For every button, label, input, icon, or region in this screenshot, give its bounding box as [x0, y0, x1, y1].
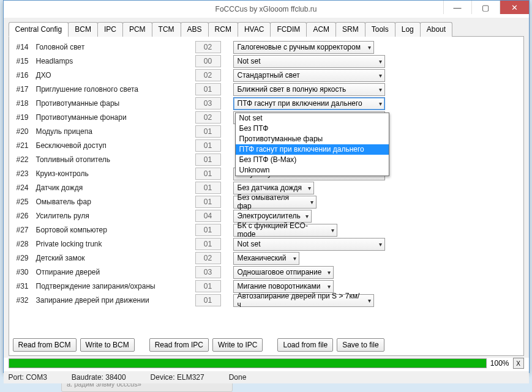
tab-hvac[interactable]: HVAC: [238, 22, 271, 37]
button-bar: Read from BCM Write to BCM Read from IPC…: [13, 333, 520, 352]
dropdown-option[interactable]: ПТФ гаснут при включении дальнего: [236, 144, 389, 155]
row-code-input[interactable]: 02: [195, 111, 221, 124]
tab-pcm[interactable]: PCM: [122, 22, 152, 37]
load-file-button[interactable]: Load from file: [277, 338, 333, 352]
row-select[interactable]: Not set: [233, 55, 385, 68]
row-code-input[interactable]: 02: [195, 69, 221, 81]
status-device: Device: ELM327: [151, 373, 204, 382]
tab-abs[interactable]: ABS: [181, 22, 209, 37]
row-code-input[interactable]: 01: [195, 125, 221, 138]
row-select[interactable]: Автозапирание дверей при S > 7км/ч: [233, 294, 374, 307]
row-code-input[interactable]: 01: [195, 238, 221, 250]
tab-log[interactable]: Log: [395, 22, 421, 37]
row-select[interactable]: БК с функцией ECO-mode: [233, 224, 337, 237]
table-row: #18Противотуманные фары03ПТФ гаснут при …: [13, 97, 519, 110]
row-code-input[interactable]: 03: [195, 97, 221, 109]
row-label: Приглушение головного света: [36, 85, 195, 94]
config-rows: #14Головной свет02Галогеновые с ручным к…: [13, 40, 520, 333]
progress-row: 100% X: [4, 358, 529, 371]
write-bcm-button[interactable]: Write to BCM: [80, 338, 135, 352]
table-row: #26Усилитель руля04Электроусилитель: [13, 209, 519, 223]
row-label: ДХО: [36, 71, 195, 80]
row-index: #29: [13, 254, 36, 262]
tab-strip: Central ConfigBCMIPCPCMTCMABSRCMHVACFCDI…: [9, 21, 524, 37]
window-buttons: — ▢ ✕: [443, 1, 529, 14]
save-file-button[interactable]: Save to file: [337, 338, 384, 352]
row-code-input[interactable]: 01: [195, 182, 221, 194]
row-code-input[interactable]: 02: [195, 252, 221, 264]
titlebar: FoCCCus by xGlooom ffclub.ru — ▢ ✕: [4, 1, 529, 18]
tab-tools[interactable]: Tools: [365, 22, 395, 37]
status-bar: Port: COM3 Baudrate: 38400 Device: ELM32…: [4, 371, 529, 383]
row-index: #16: [13, 71, 36, 80]
row-code-input[interactable]: 01: [195, 83, 221, 95]
table-row: #14Головной свет02Галогеновые с ручным к…: [13, 40, 519, 54]
tab-about[interactable]: About: [420, 22, 452, 37]
read-ipc-button[interactable]: Read from IPC: [149, 338, 209, 352]
progress-cancel-button[interactable]: X: [513, 358, 524, 369]
status-port: Port: COM3: [9, 373, 47, 382]
row-select[interactable]: Одношаговое отпирание: [233, 266, 334, 279]
row-code-input[interactable]: 01: [195, 294, 221, 306]
row-index: #26: [13, 212, 36, 220]
table-row: #25Омыватель фар01Без омывателя фар: [13, 195, 519, 209]
row-index: #24: [13, 183, 36, 192]
row-label: Модуль прицепа: [36, 127, 195, 136]
row-select[interactable]: Галогеновые с ручным корректором: [233, 41, 374, 54]
row-index: #30: [13, 268, 36, 276]
close-button[interactable]: ✕: [500, 1, 529, 14]
dropdown-option[interactable]: Unknown: [236, 165, 389, 176]
tab-acm[interactable]: ACM: [306, 22, 336, 37]
row-code-input[interactable]: 04: [195, 210, 221, 222]
tab-rcm[interactable]: RCM: [208, 22, 238, 37]
tab-central-config[interactable]: Central Config: [9, 22, 69, 37]
row-select[interactable]: Стандартный свет: [233, 69, 385, 82]
row-code-input[interactable]: 01: [195, 224, 221, 236]
row-label: Круиз-контроль: [36, 169, 195, 178]
row-code-input[interactable]: 00: [195, 55, 221, 67]
row-code-input[interactable]: 01: [195, 139, 221, 152]
row-select[interactable]: Not set: [233, 238, 385, 251]
row-select[interactable]: Механический: [233, 252, 299, 265]
tab-tcm[interactable]: TCM: [152, 22, 181, 37]
write-ipc-button[interactable]: Write to IPC: [212, 338, 263, 352]
minimize-button[interactable]: —: [443, 1, 471, 14]
row-select[interactable]: Электроусилитель: [233, 210, 312, 223]
maximize-button[interactable]: ▢: [471, 1, 500, 14]
row-select[interactable]: Мигание поворотниками: [233, 280, 334, 293]
row-label: Головной свет: [36, 43, 195, 51]
tab-bcm[interactable]: BCM: [68, 22, 98, 37]
row-select[interactable]: Без датчика дождя: [233, 182, 314, 194]
row-label: Детский замок: [36, 254, 195, 262]
row-code-input[interactable]: 01: [195, 168, 221, 180]
row-label: Подтверждение запирания/охраны: [36, 282, 195, 290]
row-select[interactable]: ПТФ гаснут при включении дальнего: [233, 97, 385, 110]
dropdown-option[interactable]: Not set: [236, 113, 389, 124]
read-bcm-button[interactable]: Read from BCM: [13, 338, 77, 352]
tab-ipc[interactable]: IPC: [97, 22, 123, 37]
dropdown-option[interactable]: Противотуманные фары: [236, 134, 389, 144]
table-row: #24Датчик дождя01Без датчика дождя: [13, 181, 519, 194]
row-select[interactable]: Ближний свет в полную яркость: [233, 83, 385, 96]
row-code-input[interactable]: 01: [195, 280, 221, 292]
table-row: #16ДХО02Стандартный свет: [13, 68, 519, 82]
dropdown-option[interactable]: Без ПТФ: [236, 124, 389, 134]
dropdown-list[interactable]: Not setБез ПТФПротивотуманные фарыПТФ га…: [235, 113, 389, 176]
row-index: #18: [13, 99, 36, 108]
row-code-input[interactable]: 01: [195, 153, 221, 166]
tab-fcdim[interactable]: FCDIM: [270, 22, 307, 37]
progress-bar: [9, 358, 487, 368]
row-select[interactable]: Без омывателя фар: [233, 196, 317, 209]
tab-srm[interactable]: SRM: [335, 22, 365, 37]
row-code-input[interactable]: 02: [195, 41, 221, 53]
row-label: Датчик дождя: [36, 183, 195, 192]
row-code-input[interactable]: 03: [195, 266, 221, 278]
row-code-input[interactable]: 01: [195, 196, 221, 208]
row-index: #27: [13, 226, 36, 234]
client-area: Central ConfigBCMIPCPCMTCMABSRCMHVACFCDI…: [4, 18, 529, 358]
row-index: #19: [13, 113, 36, 122]
table-row: #15Headlamps00Not set: [13, 54, 519, 68]
row-index: #15: [13, 57, 36, 65]
row-index: #25: [13, 198, 36, 206]
dropdown-option[interactable]: Без ПТФ (B-Max): [236, 155, 389, 165]
